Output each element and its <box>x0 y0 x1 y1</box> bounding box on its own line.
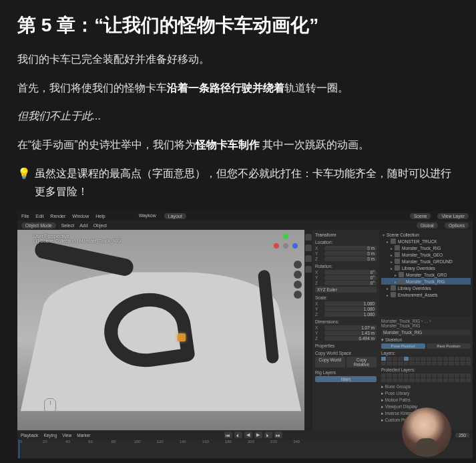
outliner-item[interactable]: ▸Monster_Truck_RIG <box>381 278 471 285</box>
toolbar-select[interactable]: Select <box>61 223 74 228</box>
rotation-mode-dropdown[interactable]: XYZ Euler <box>315 287 377 293</box>
workspace-tab-1[interactable]: Wayków <box>139 213 156 219</box>
armature-section[interactable]: ▸ Bone Groups <box>381 383 471 390</box>
copy-world-button[interactable]: Copy World <box>315 357 345 367</box>
gizmo-z-icon[interactable] <box>292 243 298 249</box>
play-reverse-icon[interactable]: ◀ <box>244 432 252 438</box>
gizmo-x-icon[interactable] <box>274 243 279 249</box>
nav-gizmo[interactable] <box>274 234 298 258</box>
gizmo-y-icon[interactable] <box>283 234 288 239</box>
tip-callout: 💡 虽然这是课程的最高点（字面意思），但您不必就此打住：卡车功能齐全，随时可以进… <box>17 164 459 200</box>
next-key-icon[interactable]: ⏵ <box>264 432 272 438</box>
prop-tab-icon[interactable] <box>305 266 312 273</box>
scale-x-field[interactable]: 1.000 <box>324 301 377 306</box>
n-panel: Transform Location: X0 m Y0 m Z0 m Rotat… <box>312 230 379 430</box>
scale-label: Scale: <box>315 295 377 300</box>
armature-name-field[interactable]: Monster_Truck_RIG <box>381 329 471 335</box>
mode-selector[interactable]: Object Mode <box>21 222 56 228</box>
armature-layers-grid[interactable] <box>381 357 471 365</box>
pose-position-button[interactable]: Pose Position <box>381 343 425 349</box>
scale-y-field[interactable]: 1.000 <box>324 307 377 311</box>
timeline-tick: 240 <box>293 440 300 444</box>
ortho-icon[interactable] <box>294 291 302 299</box>
editor-toolbar: Object Mode Select Add Object Global Opt… <box>17 220 473 230</box>
rotation-z-field[interactable]: 0° <box>324 281 377 285</box>
viewport-nav-icons <box>294 261 302 299</box>
menu-file[interactable]: File <box>21 214 29 218</box>
rotation-label: Rotation: <box>315 264 377 269</box>
dim-x-field[interactable]: 1.07 m <box>324 325 377 330</box>
copy-world-section[interactable]: Copy World Space <box>315 351 377 355</box>
timeline-view-menu[interactable]: View <box>62 433 71 438</box>
pan-icon[interactable] <box>294 271 302 279</box>
armature-section[interactable]: ▸ Pose Library <box>381 390 471 397</box>
paragraph-2-post: 轨道转一圈。 <box>284 82 348 94</box>
outliner-item[interactable]: ▸Library Overrides <box>381 285 471 291</box>
viewlayer-selector[interactable]: View Layer <box>437 213 469 219</box>
timeline-marker-menu[interactable]: Marker <box>77 433 90 438</box>
dim-y-field[interactable]: 1.43 m <box>324 331 377 335</box>
axis-label: Y <box>315 307 323 311</box>
toolbar-object[interactable]: Object <box>93 223 107 228</box>
armature-section[interactable]: ▸ Motion Paths <box>381 397 471 404</box>
location-label: Location: <box>315 240 377 245</box>
axis-label: Z <box>315 312 323 317</box>
paragraph-2-bold: 沿着一条路径行驶并绕着 <box>167 82 284 94</box>
toolbar-add[interactable]: Add <box>79 223 87 228</box>
jump-end-icon[interactable]: ⏭ <box>274 432 282 438</box>
menu-render[interactable]: Render <box>50 214 65 218</box>
prev-key-icon[interactable]: ⏴ <box>234 432 242 438</box>
prop-tab-icon[interactable] <box>305 234 312 241</box>
jump-start-icon[interactable]: ⏮ <box>224 432 232 438</box>
3d-viewport[interactable]: User Perspective (1) Scene Collection | … <box>17 230 304 430</box>
prop-tab-icon[interactable] <box>305 255 312 262</box>
dim-z-field[interactable]: 0.494 m <box>324 336 377 341</box>
track-segment <box>33 240 135 278</box>
scale-z-field[interactable]: 1.000 <box>324 312 377 317</box>
outliner-item[interactable]: ▸Monster_Truck_GROUND <box>381 258 471 265</box>
options-dropdown[interactable]: Options <box>445 222 469 228</box>
camera-icon[interactable] <box>294 281 302 289</box>
breadcrumb[interactable]: Monster_Truck_RIG › … › Monster_Truck_RI… <box>381 319 471 328</box>
outliner-scene-collection[interactable]: ▾Scene Collection <box>381 232 471 238</box>
menu-help[interactable]: Help <box>95 214 105 218</box>
scene-selector[interactable]: Scene <box>410 213 431 219</box>
zoom-icon[interactable] <box>294 261 302 269</box>
protected-layers-grid[interactable] <box>381 373 471 382</box>
timeline-playback-menu[interactable]: Playback <box>21 433 38 438</box>
prop-tab-icon[interactable] <box>305 245 312 251</box>
end-frame-field[interactable]: 250 <box>455 433 469 438</box>
outliner-label: Scene Collection <box>387 233 419 237</box>
orientation-selector[interactable]: Global <box>417 222 438 228</box>
outliner-item[interactable]: ▸MONSTER_TRUCK <box>381 238 471 245</box>
n-panel-transform-header[interactable]: Transform <box>315 233 336 237</box>
rest-position-button[interactable]: Rest Position <box>427 343 471 349</box>
timeline-tick: 80 <box>111 440 115 444</box>
skeleton-section[interactable]: ▾ Skeleton <box>381 337 471 343</box>
timeline-keying-menu[interactable]: Keying <box>43 433 57 438</box>
menu-edit[interactable]: Edit <box>35 214 43 218</box>
outliner-panel: ▾Scene Collection ▸MONSTER_TRUCK▸Monster… <box>379 230 473 317</box>
playhead[interactable] <box>19 440 19 458</box>
location-z-field[interactable]: 0 m <box>324 257 377 261</box>
copy-relative-button[interactable]: Copy Relative <box>346 357 377 367</box>
location-x-field[interactable]: 0 m <box>324 246 377 251</box>
truck-object[interactable] <box>178 333 186 341</box>
menu-window[interactable]: Window <box>72 214 89 218</box>
rig-layers-section[interactable]: Rig Layers <box>315 370 377 375</box>
gizmo-center-icon[interactable] <box>283 243 288 249</box>
rotation-x-field[interactable]: 0° <box>324 270 377 275</box>
properties-section[interactable]: Properties <box>315 343 377 348</box>
outliner-item[interactable]: ▸Monster_Truck_RIG <box>381 245 471 251</box>
location-y-field[interactable]: 0 m <box>324 251 377 256</box>
rig-layer-main-button[interactable]: Main <box>315 376 377 382</box>
outliner-item[interactable]: ▸Library Overrides <box>381 265 471 271</box>
workspace-tab-layout[interactable]: Layout <box>164 213 186 219</box>
properties-tab-strip <box>304 230 312 430</box>
skeleton-label: Skeleton <box>385 337 402 342</box>
rotation-y-field[interactable]: 0° <box>324 275 377 280</box>
outliner-item[interactable]: ▸Monster_Truck_GEO <box>381 251 471 258</box>
play-icon[interactable]: ▶ <box>254 432 262 438</box>
outliner-item[interactable]: ▸Environment_Assets <box>381 291 471 298</box>
outliner-item[interactable]: ▸Monster_Truck_GRO <box>381 271 471 278</box>
